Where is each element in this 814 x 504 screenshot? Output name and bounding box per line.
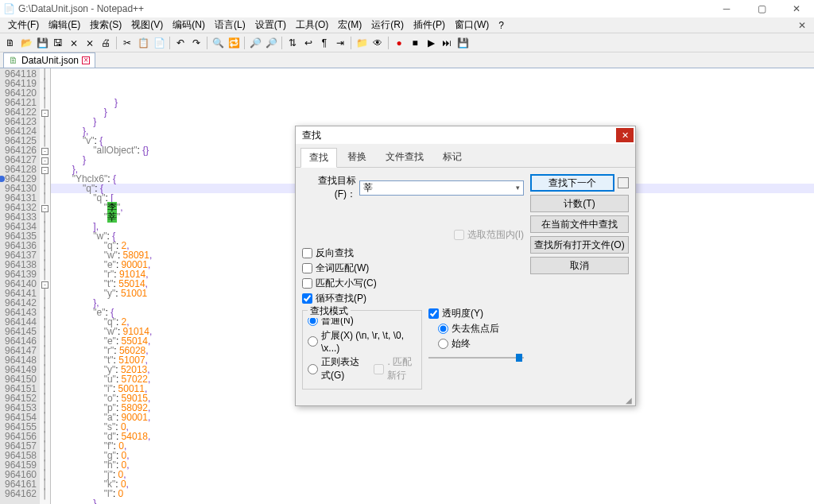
sync-icon[interactable]: ⇅: [285, 36, 300, 50]
trans-onlose-radio[interactable]: [438, 324, 448, 334]
saveall-icon[interactable]: 🖫: [51, 36, 65, 50]
whole-word-label: 全词匹配(W): [316, 262, 369, 275]
zoomout-icon[interactable]: 🔎: [264, 36, 278, 50]
wrap-icon[interactable]: ↩: [301, 36, 316, 50]
closeall-icon[interactable]: ⨯: [83, 36, 97, 50]
find-target-input[interactable]: 莘 ▾: [359, 180, 524, 196]
menu-macro[interactable]: 宏(M): [333, 17, 366, 33]
rec-icon[interactable]: ●: [392, 36, 406, 50]
reverse-label: 反向查找: [316, 246, 354, 260]
chevron-down-icon[interactable]: ▾: [516, 184, 520, 192]
mode-regex-label: 正则表达式(G): [321, 355, 362, 382]
menu-tools[interactable]: 工具(O): [291, 17, 333, 33]
count-button[interactable]: 计数(T): [530, 195, 629, 212]
match-case-label: 匹配大小写(C): [316, 277, 377, 290]
resize-grip-icon[interactable]: ◢: [296, 396, 635, 405]
toolbar: 🗎 📂 💾 🖫 ⨯ ⨯ 🖨 ✂ 📋 📄 ↶ ↷ 🔍 🔁 🔎 🔎 ⇅ ↩ ¶ ⇥ …: [0, 33, 814, 52]
app-icon: 📄: [3, 3, 15, 14]
in-selection-label: 选取范围内(I): [467, 228, 524, 242]
trans-always-radio[interactable]: [438, 339, 448, 349]
mode-extended-radio[interactable]: [308, 336, 318, 347]
find-next-button[interactable]: 查找下一个: [530, 174, 614, 192]
indent-icon[interactable]: ⇥: [333, 36, 347, 50]
search-mode-title: 查找模式: [308, 304, 351, 318]
redo-icon[interactable]: ↷: [189, 36, 204, 50]
copy-icon[interactable]: 📋: [136, 36, 150, 50]
stop-icon[interactable]: ■: [408, 36, 422, 50]
folder-icon[interactable]: 📁: [355, 36, 369, 50]
menu-window[interactable]: 窗口(W): [450, 17, 494, 33]
savemacro-icon[interactable]: 💾: [455, 36, 470, 50]
dot-newline-label: . 匹配新行: [387, 355, 417, 382]
close-icon[interactable]: ⨯: [67, 36, 81, 50]
new-icon[interactable]: 🗎: [3, 36, 17, 50]
dot-newline-checkbox: [374, 364, 384, 374]
monitor-icon[interactable]: 👁: [370, 36, 385, 50]
menu-edit[interactable]: 编辑(E): [44, 17, 85, 33]
replace-icon[interactable]: 🔁: [227, 36, 241, 50]
menubar-close-icon[interactable]: ✕: [793, 20, 811, 31]
cancel-button[interactable]: 取消: [530, 257, 629, 274]
find-dialog: 查找 ✕ 查找 替换 文件查找 标记 查找目标(F)： 莘 ▾ 选取范围内(I)…: [295, 126, 636, 406]
tab-file-icon: 🗎: [9, 55, 18, 66]
tab-mark[interactable]: 标记: [434, 147, 471, 167]
play-icon[interactable]: ▶: [424, 36, 438, 50]
whole-word-checkbox[interactable]: [302, 263, 312, 273]
transparency-checkbox[interactable]: [428, 308, 439, 319]
wrap-label: 循环查找(P): [316, 292, 366, 305]
fold-column[interactable]: ││││-│││---│││-│││││││-│││││││││││││││││…: [40, 68, 51, 504]
tab-label: DataUnit.json: [21, 55, 79, 66]
reverse-checkbox[interactable]: [302, 248, 312, 258]
mode-regex-radio[interactable]: [308, 364, 318, 374]
save-icon[interactable]: 💾: [35, 36, 49, 50]
open-icon[interactable]: 📂: [19, 36, 33, 50]
print-icon[interactable]: 🖨: [99, 36, 113, 50]
menu-file[interactable]: 文件(F): [3, 17, 44, 33]
mode-extended-label: 扩展(X) (\n, \r, \t, \0, \x...): [321, 329, 417, 354]
undo-icon[interactable]: ↶: [173, 36, 188, 50]
close-button[interactable]: ✕: [779, 0, 814, 17]
menu-settings[interactable]: 设置(T): [250, 17, 291, 33]
find-target-value: 莘: [363, 181, 373, 195]
showall-icon[interactable]: ¶: [317, 36, 331, 50]
dialog-titlebar[interactable]: 查找 ✕: [296, 126, 635, 144]
menu-lang[interactable]: 语言(L): [210, 17, 250, 33]
tab-replace[interactable]: 替换: [339, 147, 375, 167]
wrap-checkbox[interactable]: [302, 293, 312, 304]
menu-run[interactable]: 运行(R): [366, 17, 409, 33]
dialog-title: 查找: [302, 129, 321, 142]
transparency-slider[interactable]: [428, 354, 524, 362]
tab-dataunit[interactable]: 🗎 DataUnit.json ×: [3, 52, 95, 68]
maximize-button[interactable]: ▢: [744, 0, 779, 17]
zoomin-icon[interactable]: 🔎: [248, 36, 262, 50]
document-tabs: 🗎 DataUnit.json ×: [0, 52, 814, 68]
tab-find[interactable]: 查找: [300, 148, 337, 168]
dialog-close-button[interactable]: ✕: [616, 128, 634, 142]
line-gutter[interactable]: 9641189641199641209641219641229641239641…: [0, 68, 40, 504]
menu-view[interactable]: 视图(V): [126, 17, 168, 33]
menu-encoding[interactable]: 编码(N): [168, 17, 210, 33]
paste-icon[interactable]: 📄: [152, 36, 166, 50]
window-title: G:\DataUnit.json - Notepad++: [18, 3, 144, 14]
find-in-current-button[interactable]: 在当前文件中查找: [530, 215, 629, 233]
tab-close-icon[interactable]: ×: [82, 56, 90, 64]
trans-onlose-label: 失去焦点后: [452, 322, 499, 335]
cut-icon[interactable]: ✂: [120, 36, 134, 50]
in-selection-checkbox: [454, 230, 464, 240]
menu-plugins[interactable]: 插件(P): [409, 17, 450, 33]
menubar: 文件(F) 编辑(E) 搜索(S) 视图(V) 编码(N) 语言(L) 设置(T…: [0, 17, 814, 33]
find-in-all-open-button[interactable]: 查找所有打开文件(O): [530, 236, 629, 254]
titlebar: 📄 G:\DataUnit.json - Notepad++ ─ ▢ ✕: [0, 0, 814, 17]
trans-always-label: 始终: [452, 337, 471, 351]
menu-search[interactable]: 搜索(S): [85, 17, 126, 33]
dialog-tabs: 查找 替换 文件查找 标记: [296, 144, 635, 168]
minimize-button[interactable]: ─: [709, 0, 744, 17]
find-next-aux-checkbox[interactable]: [618, 177, 629, 188]
tab-findinfiles[interactable]: 文件查找: [377, 147, 432, 167]
find-icon[interactable]: 🔍: [211, 36, 225, 50]
playmulti-icon[interactable]: ⏭: [440, 36, 454, 50]
menu-help[interactable]: ?: [494, 18, 509, 33]
transparency-title: 透明度(Y): [442, 307, 483, 320]
find-target-label: 查找目标(F)：: [302, 174, 359, 201]
match-case-checkbox[interactable]: [302, 278, 312, 289]
